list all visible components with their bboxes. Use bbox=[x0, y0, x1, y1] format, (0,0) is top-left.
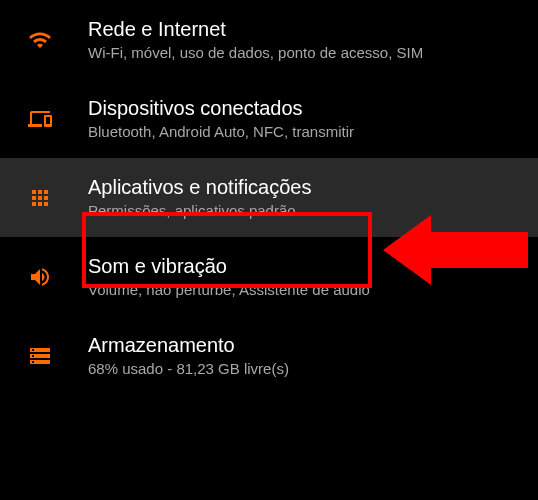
apps-icon bbox=[20, 186, 60, 210]
item-subtitle: Permissões, aplicativos padrão bbox=[88, 202, 311, 219]
item-subtitle: Bluetooth, Android Auto, NFC, transmitir bbox=[88, 123, 354, 140]
wifi-icon bbox=[20, 28, 60, 52]
item-subtitle: 68% usado - 81,23 GB livre(s) bbox=[88, 360, 289, 377]
item-title: Armazenamento bbox=[88, 334, 289, 357]
item-title: Dispositivos conectados bbox=[88, 97, 354, 120]
settings-item-apps[interactable]: Aplicativos e notificações Permissões, a… bbox=[0, 158, 538, 237]
settings-item-connected-devices[interactable]: Dispositivos conectados Bluetooth, Andro… bbox=[0, 79, 538, 158]
settings-item-sound[interactable]: Som e vibração Volume, não perturbe, Ass… bbox=[0, 237, 538, 316]
devices-icon bbox=[20, 107, 60, 131]
volume-icon bbox=[20, 265, 60, 289]
settings-item-storage[interactable]: Armazenamento 68% usado - 81,23 GB livre… bbox=[0, 316, 538, 395]
item-title: Rede e Internet bbox=[88, 18, 423, 41]
settings-list: Rede e Internet Wi-Fi, móvel, uso de dad… bbox=[0, 0, 538, 395]
item-subtitle: Wi-Fi, móvel, uso de dados, ponto de ace… bbox=[88, 44, 423, 61]
storage-icon bbox=[20, 344, 60, 368]
item-title: Som e vibração bbox=[88, 255, 370, 278]
item-title: Aplicativos e notificações bbox=[88, 176, 311, 199]
settings-item-network[interactable]: Rede e Internet Wi-Fi, móvel, uso de dad… bbox=[0, 0, 538, 79]
item-subtitle: Volume, não perturbe, Assistente de áudi… bbox=[88, 281, 370, 298]
